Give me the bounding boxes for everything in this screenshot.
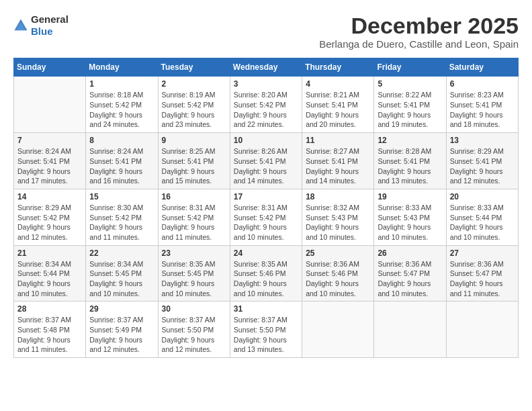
day-info: Sunrise: 8:37 AM Sunset: 5:50 PM Dayligh… xyxy=(162,315,226,355)
calendar-week-row: 7Sunrise: 8:24 AM Sunset: 5:41 PM Daylig… xyxy=(14,133,519,189)
day-number: 23 xyxy=(162,248,226,258)
day-number: 26 xyxy=(378,248,442,258)
day-number: 28 xyxy=(17,304,82,314)
day-number: 15 xyxy=(89,192,154,201)
calendar-cell: 7Sunrise: 8:24 AM Sunset: 5:41 PM Daylig… xyxy=(14,133,86,189)
calendar-cell xyxy=(446,302,518,358)
logo-icon xyxy=(13,18,28,33)
day-info: Sunrise: 8:32 AM Sunset: 5:43 PM Dayligh… xyxy=(306,203,370,242)
calendar-cell: 15Sunrise: 8:30 AM Sunset: 5:42 PM Dayli… xyxy=(86,189,158,245)
day-info: Sunrise: 8:33 AM Sunset: 5:44 PM Dayligh… xyxy=(450,203,515,242)
day-number: 7 xyxy=(17,136,82,145)
day-info: Sunrise: 8:27 AM Sunset: 5:41 PM Dayligh… xyxy=(306,146,370,186)
day-info: Sunrise: 8:37 AM Sunset: 5:48 PM Dayligh… xyxy=(17,315,82,355)
header-sunday: Sunday xyxy=(14,58,86,77)
day-info: Sunrise: 8:22 AM Sunset: 5:41 PM Dayligh… xyxy=(378,90,442,130)
header-wednesday: Wednesday xyxy=(230,58,302,77)
logo-text-blue: Blue xyxy=(31,26,53,37)
day-info: Sunrise: 8:31 AM Sunset: 5:42 PM Dayligh… xyxy=(234,203,298,242)
header-tuesday: Tuesday xyxy=(158,58,230,77)
day-number: 16 xyxy=(162,192,226,201)
day-info: Sunrise: 8:28 AM Sunset: 5:41 PM Dayligh… xyxy=(378,146,442,186)
logo-text-general: General xyxy=(31,13,69,25)
calendar-cell: 30Sunrise: 8:37 AM Sunset: 5:50 PM Dayli… xyxy=(158,302,230,358)
logo: General Blue xyxy=(13,13,69,38)
calendar-week-row: 1Sunrise: 8:18 AM Sunset: 5:42 PM Daylig… xyxy=(14,77,519,133)
day-number: 21 xyxy=(17,248,82,258)
day-number: 30 xyxy=(162,304,226,314)
day-number: 22 xyxy=(89,248,154,258)
day-info: Sunrise: 8:20 AM Sunset: 5:42 PM Dayligh… xyxy=(234,90,298,130)
day-number: 27 xyxy=(450,248,515,258)
day-number: 12 xyxy=(378,136,442,145)
calendar-cell: 18Sunrise: 8:32 AM Sunset: 5:43 PM Dayli… xyxy=(302,189,374,245)
day-info: Sunrise: 8:31 AM Sunset: 5:42 PM Dayligh… xyxy=(162,203,226,242)
day-number: 20 xyxy=(450,192,515,201)
header-friday: Friday xyxy=(374,58,446,77)
calendar-week-row: 21Sunrise: 8:34 AM Sunset: 5:44 PM Dayli… xyxy=(14,245,519,302)
calendar-cell: 29Sunrise: 8:37 AM Sunset: 5:49 PM Dayli… xyxy=(86,302,158,358)
day-info: Sunrise: 8:33 AM Sunset: 5:43 PM Dayligh… xyxy=(378,203,442,242)
day-number: 5 xyxy=(378,79,442,89)
calendar-cell: 16Sunrise: 8:31 AM Sunset: 5:42 PM Dayli… xyxy=(158,189,230,245)
day-number: 10 xyxy=(234,136,298,145)
day-number: 14 xyxy=(17,192,82,201)
calendar-cell: 11Sunrise: 8:27 AM Sunset: 5:41 PM Dayli… xyxy=(302,133,374,189)
day-info: Sunrise: 8:23 AM Sunset: 5:41 PM Dayligh… xyxy=(450,90,515,130)
day-number: 6 xyxy=(450,79,515,89)
calendar-cell: 9Sunrise: 8:25 AM Sunset: 5:41 PM Daylig… xyxy=(158,133,230,189)
header-thursday: Thursday xyxy=(302,58,374,77)
day-info: Sunrise: 8:37 AM Sunset: 5:49 PM Dayligh… xyxy=(89,315,154,355)
calendar-cell: 17Sunrise: 8:31 AM Sunset: 5:42 PM Dayli… xyxy=(230,189,302,245)
days-header-row: Sunday Monday Tuesday Wednesday Thursday… xyxy=(14,58,519,77)
day-info: Sunrise: 8:26 AM Sunset: 5:41 PM Dayligh… xyxy=(234,146,298,186)
day-info: Sunrise: 8:29 AM Sunset: 5:41 PM Dayligh… xyxy=(450,146,515,186)
day-info: Sunrise: 8:36 AM Sunset: 5:47 PM Dayligh… xyxy=(450,259,515,299)
calendar-cell: 24Sunrise: 8:35 AM Sunset: 5:46 PM Dayli… xyxy=(230,245,302,302)
calendar-cell: 27Sunrise: 8:36 AM Sunset: 5:47 PM Dayli… xyxy=(446,245,518,302)
day-info: Sunrise: 8:36 AM Sunset: 5:47 PM Dayligh… xyxy=(378,259,442,299)
calendar-table: Sunday Monday Tuesday Wednesday Thursday… xyxy=(13,58,519,358)
day-number: 24 xyxy=(234,248,298,258)
calendar-week-row: 28Sunrise: 8:37 AM Sunset: 5:48 PM Dayli… xyxy=(14,302,519,358)
main-title: December 2025 xyxy=(319,13,519,38)
day-number: 1 xyxy=(89,79,154,89)
day-number: 3 xyxy=(234,79,298,89)
day-info: Sunrise: 8:24 AM Sunset: 5:41 PM Dayligh… xyxy=(89,146,154,186)
calendar-cell xyxy=(302,302,374,358)
calendar-cell: 4Sunrise: 8:21 AM Sunset: 5:41 PM Daylig… xyxy=(302,77,374,133)
calendar-cell: 22Sunrise: 8:34 AM Sunset: 5:45 PM Dayli… xyxy=(86,245,158,302)
calendar-cell: 3Sunrise: 8:20 AM Sunset: 5:42 PM Daylig… xyxy=(230,77,302,133)
calendar-cell: 19Sunrise: 8:33 AM Sunset: 5:43 PM Dayli… xyxy=(374,189,446,245)
calendar-cell xyxy=(14,77,86,133)
header-monday: Monday xyxy=(86,58,158,77)
header-saturday: Saturday xyxy=(446,58,518,77)
calendar-cell: 28Sunrise: 8:37 AM Sunset: 5:48 PM Dayli… xyxy=(14,302,86,358)
day-info: Sunrise: 8:34 AM Sunset: 5:44 PM Dayligh… xyxy=(17,259,82,299)
day-number: 13 xyxy=(450,136,515,145)
calendar-cell: 8Sunrise: 8:24 AM Sunset: 5:41 PM Daylig… xyxy=(86,133,158,189)
day-info: Sunrise: 8:37 AM Sunset: 5:50 PM Dayligh… xyxy=(234,315,298,355)
calendar-cell: 26Sunrise: 8:36 AM Sunset: 5:47 PM Dayli… xyxy=(374,245,446,302)
day-info: Sunrise: 8:35 AM Sunset: 5:45 PM Dayligh… xyxy=(162,259,226,299)
day-number: 19 xyxy=(378,192,442,201)
day-number: 8 xyxy=(89,136,154,145)
page-container: General Blue December 2025 Berlanga de D… xyxy=(13,13,519,358)
day-number: 31 xyxy=(234,304,298,314)
day-number: 29 xyxy=(89,304,154,314)
subtitle: Berlanga de Duero, Castille and Leon, Sp… xyxy=(319,38,519,50)
calendar-cell: 25Sunrise: 8:36 AM Sunset: 5:46 PM Dayli… xyxy=(302,245,374,302)
day-info: Sunrise: 8:35 AM Sunset: 5:46 PM Dayligh… xyxy=(234,259,298,299)
day-info: Sunrise: 8:18 AM Sunset: 5:42 PM Dayligh… xyxy=(89,90,154,130)
day-info: Sunrise: 8:29 AM Sunset: 5:42 PM Dayligh… xyxy=(17,203,82,242)
calendar-cell: 2Sunrise: 8:19 AM Sunset: 5:42 PM Daylig… xyxy=(158,77,230,133)
calendar-cell: 21Sunrise: 8:34 AM Sunset: 5:44 PM Dayli… xyxy=(14,245,86,302)
calendar-cell: 12Sunrise: 8:28 AM Sunset: 5:41 PM Dayli… xyxy=(374,133,446,189)
day-info: Sunrise: 8:19 AM Sunset: 5:42 PM Dayligh… xyxy=(162,90,226,130)
calendar-cell xyxy=(374,302,446,358)
calendar-cell: 5Sunrise: 8:22 AM Sunset: 5:41 PM Daylig… xyxy=(374,77,446,133)
day-number: 9 xyxy=(162,136,226,145)
day-number: 2 xyxy=(162,79,226,89)
calendar-cell: 10Sunrise: 8:26 AM Sunset: 5:41 PM Dayli… xyxy=(230,133,302,189)
calendar-cell: 31Sunrise: 8:37 AM Sunset: 5:50 PM Dayli… xyxy=(230,302,302,358)
